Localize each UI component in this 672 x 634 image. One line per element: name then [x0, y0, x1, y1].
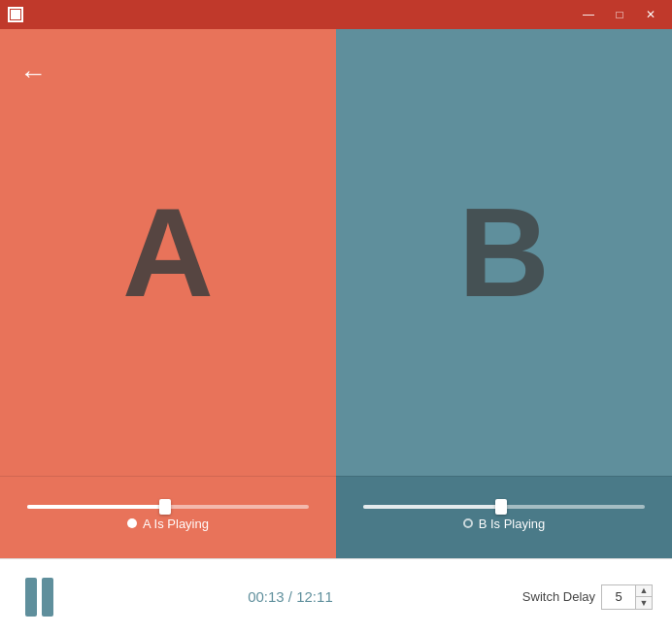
time-total: 12:11 — [296, 588, 333, 605]
time-display: 00:13 / 12:11 — [78, 588, 503, 605]
spinner-buttons: ▲ ▼ — [636, 584, 653, 610]
arrow-icon: ← — [19, 58, 47, 89]
slider-a-container — [27, 505, 309, 509]
slider-a-track — [27, 505, 309, 509]
spinner-up-button[interactable]: ▲ — [636, 585, 652, 598]
time-current: 00:13 — [248, 588, 285, 605]
slider-a-fill — [27, 505, 168, 509]
switch-delay-container: Switch Delay ▲ ▼ — [522, 584, 653, 610]
maximize-button[interactable]: □ — [606, 5, 633, 24]
player-bar-a: A Is Playing — [0, 476, 336, 558]
panel-b[interactable]: B — [336, 29, 672, 476]
status-dot-b — [463, 518, 473, 528]
close-button[interactable]: ✕ — [637, 5, 664, 24]
slider-b-fill — [363, 505, 504, 509]
spinner-down-button[interactable]: ▼ — [636, 597, 652, 609]
status-label-a: A Is Playing — [143, 517, 209, 531]
svg-rect-1 — [11, 10, 20, 19]
switch-delay-input[interactable] — [601, 584, 636, 610]
slider-b-track — [363, 505, 645, 509]
pause-button[interactable] — [19, 574, 58, 620]
switch-delay-label: Switch Delay — [522, 589, 595, 604]
slider-b-thumb[interactable] — [495, 499, 507, 515]
panel-a[interactable]: ← A — [0, 29, 336, 476]
status-dot-a — [127, 518, 137, 528]
status-row-a: A Is Playing — [127, 517, 209, 531]
title-bar: — □ ✕ — [0, 0, 672, 29]
minimize-button[interactable]: — — [575, 5, 602, 24]
window-controls: — □ ✕ — [575, 5, 664, 24]
panel-b-letter: B — [458, 180, 550, 325]
slider-a-thumb[interactable] — [159, 499, 171, 515]
bottom-bar: 00:13 / 12:11 Switch Delay ▲ ▼ — [0, 558, 672, 634]
pause-bar-right — [42, 578, 53, 617]
pause-bar-left — [25, 578, 37, 617]
main-content: ← A B — [0, 29, 672, 476]
player-bar-b: B Is Playing — [336, 476, 672, 558]
slider-b-container — [363, 505, 645, 509]
switch-delay-input-wrap: ▲ ▼ — [601, 584, 653, 610]
status-label-b: B Is Playing — [479, 517, 546, 531]
panel-a-letter: A — [122, 180, 214, 325]
player-bars: A Is Playing B Is Playing — [0, 476, 672, 558]
time-separator: / — [285, 588, 297, 605]
app-icon — [8, 7, 23, 22]
status-row-b: B Is Playing — [463, 517, 546, 531]
